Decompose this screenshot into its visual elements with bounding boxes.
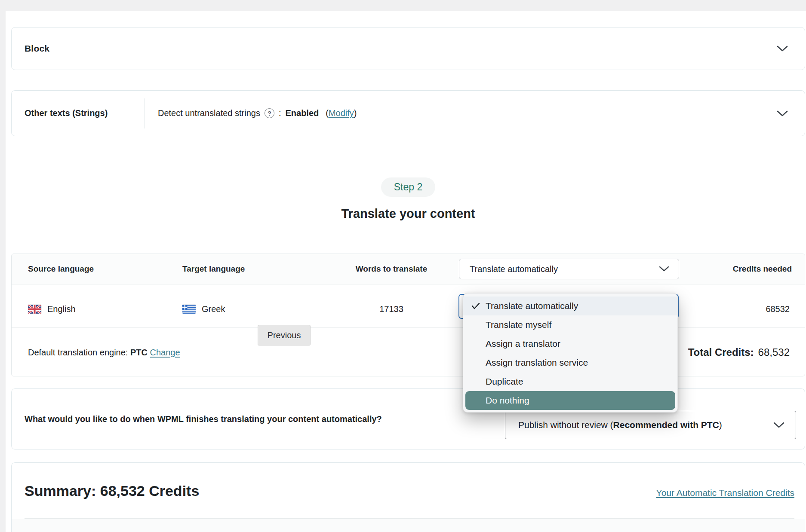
total-credits-label: Total Credits:: [688, 346, 754, 358]
menu-item-label: Translate automatically: [486, 301, 578, 311]
check-icon: [471, 302, 480, 310]
menu-item-assign-a-translator[interactable]: Assign a translator: [463, 334, 677, 353]
detect-colon: :: [279, 108, 281, 118]
menu-item-label: Assign translation service: [486, 358, 588, 368]
paren-close: ): [354, 108, 357, 118]
table-header-row: Source language Target language Words to…: [12, 254, 805, 284]
change-engine-link[interactable]: Change: [150, 348, 180, 357]
source-language-header: Source language: [28, 254, 94, 284]
table-row: English Greek 17133 68532: [12, 284, 805, 328]
page-title: Translate your content: [11, 207, 805, 221]
table-footer-row: Default translation engine: PTC Change T…: [12, 328, 805, 377]
paren-open: (: [326, 108, 329, 118]
uk-flag-icon: [28, 305, 41, 314]
block-panel-title: Block: [25, 43, 49, 54]
engine-name: PTC: [130, 348, 148, 357]
credits-needed-header: Credits needed: [733, 254, 792, 284]
total-credits: Total Credits:68,532: [688, 346, 790, 358]
source-language-cell: English: [28, 284, 76, 327]
menu-item-label: Translate myself: [486, 320, 551, 330]
menu-item-label: Assign a translator: [486, 339, 560, 349]
detect-strings-label: Detect untranslated strings: [158, 108, 260, 118]
source-language-value: English: [47, 304, 76, 314]
target-language-value: Greek: [202, 304, 225, 314]
translation-method-menu: Translate automatically Translate myself…: [463, 293, 678, 413]
total-credits-value: 68,532: [758, 346, 790, 358]
chevron-down-icon: [773, 422, 784, 428]
detect-status: Enabled: [285, 108, 319, 118]
default-engine-text: Default translation engine: PTC Change: [28, 348, 180, 358]
detect-strings-row: Detect untranslated strings ? : Enabled …: [158, 108, 357, 118]
after-translation-question: What would you like to do when WPML fini…: [25, 414, 382, 424]
wpml-translate-content-screen: Block Other texts (Strings) Detect untra…: [0, 0, 806, 532]
menu-item-do-nothing[interactable]: Do nothing: [465, 391, 675, 410]
summary-panel: Summary: 68,532 Credits Your Automatic T…: [11, 462, 805, 532]
menu-item-label: Do nothing: [486, 395, 529, 406]
translation-table: Source language Target language Words to…: [11, 254, 805, 376]
previous-button[interactable]: Previous: [258, 325, 311, 345]
summary-subheader-strip: [12, 519, 805, 532]
help-icon[interactable]: ?: [265, 108, 274, 118]
chevron-down-icon[interactable]: [776, 110, 788, 117]
words-to-translate-header: Words to translate: [338, 254, 445, 284]
chevron-down-icon[interactable]: [776, 45, 788, 52]
publish-select-value: Publish without review (Recommended with…: [518, 420, 722, 430]
step-badge: Step 2: [381, 177, 435, 197]
summary-heading: Summary: 68,532 Credits: [25, 483, 199, 499]
block-panel[interactable]: Block: [11, 27, 805, 70]
target-language-cell: Greek: [182, 284, 225, 327]
menu-item-assign-translation-service[interactable]: Assign translation service: [463, 353, 677, 372]
menu-item-label: Duplicate: [486, 376, 523, 387]
bulk-translation-method-select[interactable]: Translate automatically: [459, 259, 679, 279]
credits-needed-cell: 68532: [766, 284, 790, 327]
menu-item-translate-myself[interactable]: Translate myself: [463, 315, 677, 334]
publish-mode-select[interactable]: Publish without review (Recommended with…: [505, 411, 796, 439]
other-texts-panel[interactable]: Other texts (Strings) Detect untranslate…: [11, 90, 805, 136]
menu-item-translate-automatically[interactable]: Translate automatically: [463, 297, 677, 315]
other-texts-title: Other texts (Strings): [25, 108, 144, 118]
menu-item-duplicate[interactable]: Duplicate: [463, 372, 677, 391]
engine-label: Default translation engine:: [28, 348, 128, 357]
bulk-select-value: Translate automatically: [470, 264, 558, 274]
words-to-translate-cell: 17133: [338, 284, 445, 327]
automatic-translation-credits-link[interactable]: Your Automatic Translation Credits: [656, 488, 794, 498]
target-language-header: Target language: [182, 254, 245, 284]
modify-link[interactable]: Modify: [329, 108, 354, 118]
chevron-down-icon: [659, 266, 669, 272]
vertical-divider: [144, 98, 145, 128]
greece-flag-icon: [182, 305, 196, 314]
